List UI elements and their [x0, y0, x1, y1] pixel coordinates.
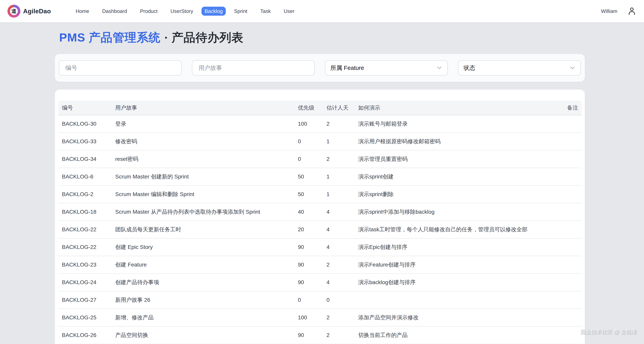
cell-estimate: 4	[323, 221, 355, 238]
cell-demo: 演示sprint删除	[355, 185, 542, 203]
cell-story: Scrum Master 编辑和删除 Sprint	[112, 185, 294, 203]
cell-priority: 90	[294, 326, 323, 344]
cell-demo: 演示Feature创建与排序	[355, 256, 542, 274]
cell-priority: 50	[294, 168, 323, 185]
cell-estimate: 2	[323, 115, 355, 133]
cell-story: 修改密码	[112, 133, 294, 150]
status-select[interactable]: 状态	[458, 60, 581, 76]
table-row: BACKLOG-26产品空间切换902切换当前工作的产品	[58, 326, 582, 344]
table-header-row: 编号用户故事优先级估计人天如何演示备注	[58, 101, 582, 115]
nav-item-backlog[interactable]: Backlog	[202, 7, 226, 16]
cell-priority: 20	[294, 221, 323, 238]
cell-priority: 0	[294, 150, 323, 168]
cell-note	[542, 133, 582, 150]
table-row: BACKLOG-22团队成员每天更新任务工时204演示task工时管理，每个人只…	[58, 221, 582, 238]
cell-note	[542, 150, 582, 168]
filter-bar: 所属 Feature 状态	[55, 54, 585, 82]
cell-demo: 演示账号与邮箱登录	[355, 115, 542, 133]
nav-item-dashboard[interactable]: Dashboard	[98, 6, 132, 16]
cell-demo: 演示sprint创建	[355, 168, 542, 185]
feature-select[interactable]: 所属 Feature	[325, 60, 448, 76]
brand-logo-icon: 道	[8, 5, 20, 18]
cell-demo: 演示sprint中添加与移除backlog	[355, 203, 542, 221]
cell-id: BACKLOG-33	[58, 133, 112, 150]
cell-estimate: 1	[323, 168, 355, 185]
table-row: BACKLOG-18Scrum Master 从产品待办列表中选取待办事项添加到…	[58, 203, 582, 221]
cell-estimate: 2	[323, 326, 355, 344]
cell-id: BACKLOG-27	[58, 291, 112, 309]
cell-story: Scrum Master 创建新的 Sprint	[112, 168, 294, 185]
cell-id: BACKLOG-30	[58, 115, 112, 133]
cell-estimate: 0	[323, 291, 355, 309]
cell-story: 登录	[112, 115, 294, 133]
status-select-value: 状态	[464, 64, 475, 72]
cell-estimate: 4	[323, 238, 355, 256]
nav-item-task[interactable]: Task	[256, 6, 275, 16]
col-header-id: 编号	[58, 101, 112, 115]
cell-story: 创建 Feature	[112, 256, 294, 274]
cell-story: 新增、修改产品	[112, 309, 294, 326]
cell-story: 团队成员每天更新任务工时	[112, 221, 294, 238]
cell-demo: 演示task工时管理，每个人只能修改自己的任务，管理员可以修改全部	[355, 221, 542, 238]
col-header-demo: 如何演示	[355, 101, 542, 115]
nav-item-sprint[interactable]: Sprint	[229, 6, 252, 16]
table-row: BACKLOG-27新用户故事 2600	[58, 291, 582, 309]
cell-story: 产品空间切换	[112, 326, 294, 344]
story-filter-input[interactable]	[192, 60, 315, 76]
backlog-table: 编号用户故事优先级估计人天如何演示备注 BACKLOG-30登录1002演示账号…	[58, 101, 582, 344]
page-title-section: 产品待办列表	[172, 31, 244, 44]
cell-priority: 100	[294, 309, 323, 326]
cell-id: BACKLOG-25	[58, 309, 112, 326]
cell-id: BACKLOG-18	[58, 203, 112, 221]
cell-priority: 40	[294, 203, 323, 221]
cell-demo: 演示backlog创建与排序	[355, 274, 542, 291]
col-header-story: 用户故事	[112, 101, 294, 115]
nav-item-userstory[interactable]: UserStory	[166, 6, 198, 16]
page-title-separator: ·	[164, 31, 168, 44]
col-header-estimate: 估计人天	[323, 101, 355, 115]
cell-estimate: 2	[323, 150, 355, 168]
user-name[interactable]: William	[601, 8, 617, 14]
user-icon[interactable]	[629, 7, 635, 15]
cell-id: BACKLOG-26	[58, 326, 112, 344]
cell-id: BACKLOG-22	[58, 221, 112, 238]
table-row: BACKLOG-22创建 Epic Story904演示Epic创建与排序	[58, 238, 582, 256]
cell-demo: 演示管理员重置密码	[355, 150, 542, 168]
page-title-app[interactable]: PMS 产品管理系统	[59, 31, 160, 44]
chevron-down-icon	[437, 67, 442, 69]
id-filter-input[interactable]	[59, 60, 182, 76]
cell-note	[542, 185, 582, 203]
table-row: BACKLOG-2Scrum Master 编辑和删除 Sprint501演示s…	[58, 185, 582, 203]
cell-id: BACKLOG-34	[58, 150, 112, 168]
table-row: BACKLOG-24创建产品待办事项904演示backlog创建与排序	[58, 274, 582, 291]
nav-item-user[interactable]: User	[279, 6, 299, 16]
cell-priority: 90	[294, 274, 323, 291]
cell-priority: 100	[294, 115, 323, 133]
cell-estimate: 4	[323, 274, 355, 291]
cell-note	[542, 291, 582, 309]
brand-logo-glyph: 道	[10, 7, 18, 15]
cell-note	[542, 256, 582, 274]
backlog-table-card: 编号用户故事优先级估计人天如何演示备注 BACKLOG-30登录1002演示账号…	[55, 90, 585, 344]
cell-priority: 0	[294, 133, 323, 150]
brand[interactable]: 道 AgileDao	[8, 5, 51, 18]
table-row: BACKLOG-6Scrum Master 创建新的 Sprint501演示sp…	[58, 168, 582, 185]
top-nav: 道 AgileDao HomeDashboardProductUserStory…	[0, 0, 644, 22]
col-header-priority: 优先级	[294, 101, 323, 115]
cell-estimate: 1	[323, 185, 355, 203]
cell-note	[542, 309, 582, 326]
cell-id: BACKLOG-23	[58, 256, 112, 274]
cell-id: BACKLOG-6	[58, 168, 112, 185]
cell-note	[542, 221, 582, 238]
page-title: PMS 产品管理系统·产品待办列表	[59, 29, 644, 46]
nav-item-home[interactable]: Home	[71, 6, 94, 16]
cell-demo: 添加产品空间并演示修改	[355, 309, 542, 326]
cell-note	[542, 274, 582, 291]
cell-note	[542, 326, 582, 344]
cell-demo: 演示Epic创建与排序	[355, 238, 542, 256]
cell-note	[542, 203, 582, 221]
cell-id: BACKLOG-2	[58, 185, 112, 203]
nav-item-product[interactable]: Product	[135, 6, 162, 16]
cell-priority: 90	[294, 238, 323, 256]
table-row: BACKLOG-34reset密码02演示管理员重置密码	[58, 150, 582, 168]
